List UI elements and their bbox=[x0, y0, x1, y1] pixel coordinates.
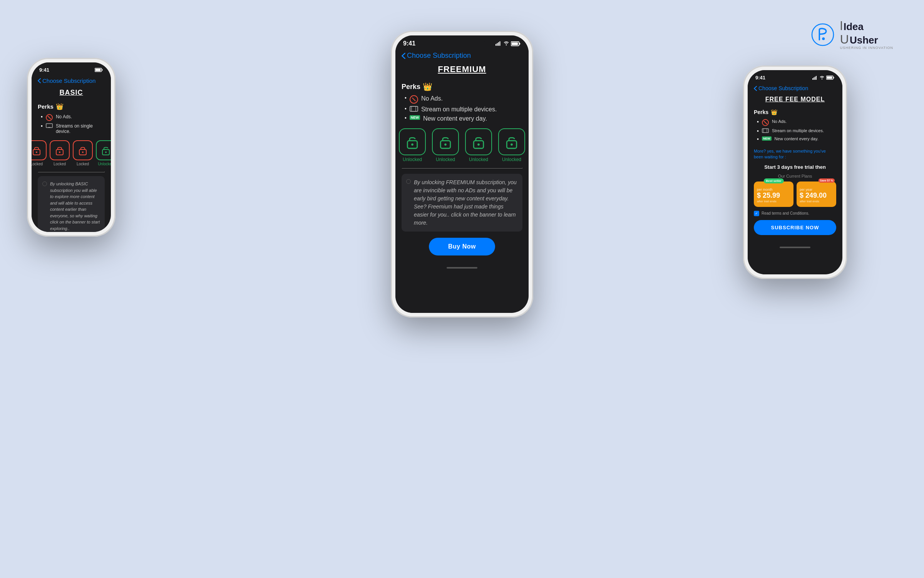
yearly-note: after trail ends bbox=[800, 200, 833, 203]
plan-title-right: FREE FEE MODEL bbox=[754, 96, 836, 103]
logo-text: l Idea U Usher USHERING IN INNOVATION bbox=[840, 19, 893, 50]
back-chevron-right bbox=[754, 86, 757, 91]
phone-frame-center: 9:41 Choose Subscription FRE bbox=[391, 31, 533, 318]
perk-device-center: Stream on multiple devices. bbox=[402, 106, 522, 113]
svg-point-11 bbox=[36, 151, 37, 153]
battery-icon-left bbox=[95, 68, 103, 72]
svg-rect-23 bbox=[519, 43, 520, 45]
time-right: 9:41 bbox=[755, 75, 765, 81]
svg-rect-37 bbox=[815, 77, 815, 80]
lock-item-2-center: Unlocked bbox=[432, 128, 459, 162]
trial-text: Start 3 days free trial then bbox=[754, 164, 836, 170]
device-icon-right bbox=[762, 128, 769, 133]
unlock-icon-1c bbox=[406, 134, 419, 150]
no-ads-icon-center bbox=[410, 95, 418, 104]
status-icons-right bbox=[812, 76, 835, 80]
unlock-icon-3c bbox=[472, 134, 485, 150]
svg-point-34 bbox=[511, 143, 513, 146]
main-content-left: BASIC Perks 👑 No Ads. Streams on single … bbox=[32, 89, 111, 232]
best-seller-badge: Best seller bbox=[763, 178, 783, 183]
lock-box-1-center bbox=[399, 128, 426, 155]
perks-label-right: Perks bbox=[754, 109, 768, 115]
time-center: 9:41 bbox=[403, 40, 415, 47]
perk-new-content-center: NEW New content every day. bbox=[402, 115, 522, 122]
svg-rect-19 bbox=[497, 43, 497, 46]
lock-box-2-left bbox=[50, 140, 70, 160]
back-button-center[interactable]: Choose Subscription bbox=[402, 52, 471, 60]
back-button-right[interactable]: Choose Subscription bbox=[754, 85, 808, 91]
new-icon-center: NEW bbox=[410, 115, 420, 120]
phone-right: 9:41 Choose Subscription FRE bbox=[743, 66, 847, 279]
svg-rect-38 bbox=[816, 76, 817, 80]
perk-device-right: Stream on multiple devices. bbox=[754, 128, 836, 134]
phone-frame-right: 9:41 Choose Subscription FRE bbox=[743, 66, 847, 279]
lock-grid-center: Unlocked Unlocked Unlocked bbox=[402, 128, 522, 162]
nav-title-center: Choose Subscription bbox=[407, 52, 471, 60]
battery-icon-center bbox=[511, 41, 521, 46]
svg-rect-7 bbox=[95, 69, 101, 71]
signal-icon-right bbox=[812, 76, 818, 80]
nav-right: Choose Subscription bbox=[748, 82, 842, 96]
desc-radio-center bbox=[406, 179, 411, 184]
desc-radio-left bbox=[42, 181, 47, 186]
main-content-center: FREEMIUM Perks 👑 No Ads. Stream on multi… bbox=[395, 64, 529, 263]
plans-grid: Best seller per month $ 25.99 after trai… bbox=[754, 181, 836, 207]
back-chevron-left bbox=[38, 78, 41, 83]
perk-new-content-right: NEW New content every day. bbox=[754, 136, 836, 142]
svg-rect-42 bbox=[762, 129, 769, 133]
plan-yearly[interactable]: Save 57 % per year $ 249.00 after trail … bbox=[797, 181, 836, 207]
lock-item-2-left: Locked bbox=[50, 140, 70, 166]
main-content-right: FREE FEE MODEL Perks 👑 No Ads. Stream on… bbox=[748, 96, 842, 243]
buy-button-center[interactable]: Buy Now bbox=[429, 238, 495, 255]
lock-box-4-left bbox=[96, 140, 111, 160]
lock-box-3-left bbox=[73, 140, 93, 160]
perk-no-ads-left: No Ads. bbox=[38, 114, 105, 121]
nav-title-right: Choose Subscription bbox=[758, 85, 808, 91]
plan-title-center: FREEMIUM bbox=[402, 64, 522, 74]
monthly-price: $ 25.99 bbox=[757, 192, 790, 200]
device-icon-center bbox=[410, 106, 418, 112]
monthly-note: after trail ends bbox=[757, 200, 790, 203]
svg-rect-25 bbox=[410, 106, 418, 111]
plan-title-left: BASIC bbox=[38, 89, 105, 97]
nav-title-left: Choose Subscription bbox=[42, 77, 95, 84]
svg-rect-26 bbox=[412, 106, 416, 111]
perks-label-left: Perks bbox=[38, 103, 54, 110]
unlock-icon-2c bbox=[439, 134, 452, 150]
crown-icon-left: 👑 bbox=[56, 103, 64, 110]
plan-monthly[interactable]: Best seller per month $ 25.99 after trai… bbox=[754, 181, 793, 207]
nav-left: Choose Subscription bbox=[32, 74, 111, 89]
logo-tagline: USHERING IN INNOVATION bbox=[840, 46, 893, 50]
terms-text: Read terms and Conditions. bbox=[762, 211, 809, 215]
plans-label: Our Current Plans bbox=[754, 174, 836, 178]
svg-point-0 bbox=[822, 37, 825, 40]
svg-rect-40 bbox=[834, 77, 834, 79]
battery-icon-right bbox=[826, 76, 835, 80]
svg-rect-20 bbox=[498, 42, 499, 46]
nav-center: Choose Subscription bbox=[395, 49, 529, 64]
lock-box-2-center bbox=[432, 128, 459, 155]
phone-center: 9:41 Choose Subscription FRE bbox=[391, 31, 533, 318]
desc-box-left: By unlocking BASIC subscription you will… bbox=[38, 176, 105, 232]
perk-device-left: Streams on single device. bbox=[38, 123, 105, 134]
svg-rect-6 bbox=[102, 69, 103, 71]
lock-box-1-left bbox=[32, 140, 47, 160]
terms-checkbox[interactable] bbox=[754, 211, 759, 216]
device-icon-left bbox=[46, 123, 53, 128]
screen-content-right: 9:41 Choose Subscription FRE bbox=[748, 70, 842, 274]
phone-left: 9:41 Choose Subscription BAS bbox=[27, 58, 116, 237]
phone-screen-left: 9:41 Choose Subscription BAS bbox=[32, 62, 111, 232]
lock-icon-1 bbox=[32, 145, 41, 156]
desc-text-center: By unlocking FREEMIUM subscription, you … bbox=[406, 178, 518, 227]
lock-item-3-center: Unlocked bbox=[465, 128, 492, 162]
home-indicator-right bbox=[780, 247, 810, 248]
svg-point-17 bbox=[105, 151, 107, 153]
status-icons-center bbox=[495, 41, 521, 46]
svg-rect-35 bbox=[812, 78, 813, 80]
desc-text-left: By unlocking BASIC subscription you will… bbox=[42, 181, 100, 232]
phone-frame-left: 9:41 Choose Subscription BAS bbox=[27, 58, 116, 237]
subscribe-button[interactable]: SUBSCRIBE NOW bbox=[754, 220, 836, 235]
back-button-left[interactable]: Choose Subscription bbox=[38, 77, 95, 84]
lock-grid-left: Locked Locked Locked bbox=[38, 140, 105, 166]
perk-no-ads-center: No Ads. bbox=[402, 95, 522, 104]
